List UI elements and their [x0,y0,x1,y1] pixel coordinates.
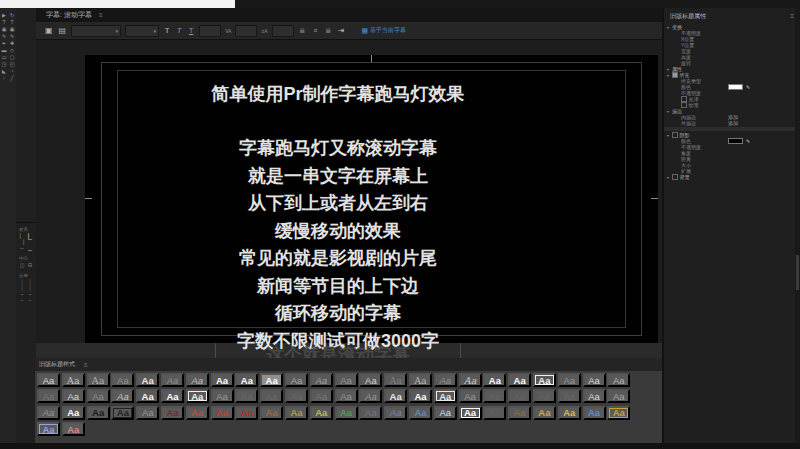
style-swatch[interactable]: Aa [384,389,407,403]
style-swatch[interactable]: Aa [211,389,234,403]
property-row[interactable]: ▾ 背景 [664,174,800,180]
style-swatch[interactable]: Aa [583,389,606,403]
align-vert-bottom-button[interactable]: ▁ [26,245,34,251]
style-swatch[interactable]: Aa [285,406,308,420]
style-swatch[interactable]: Aa [310,373,333,387]
pen-tool[interactable]: ✒ [0,40,8,47]
font-size-field[interactable] [199,25,221,37]
align-vert-center-button[interactable]: ─ [18,245,26,251]
style-swatch[interactable]: Aa [235,389,258,403]
vertical-area-type-tool[interactable]: ▣ [8,26,16,33]
style-swatch[interactable]: Aa [508,406,531,420]
style-swatch[interactable]: Aa [161,406,184,420]
wedge-tool[interactable]: ◣ [0,68,8,75]
style-swatch[interactable]: Aa [111,406,134,420]
style-swatch[interactable]: Aa [111,389,134,403]
style-swatch[interactable]: Aa [161,373,184,387]
center-horizontal-button[interactable]: ◫ [18,262,26,268]
style-swatch[interactable]: Aa [260,389,283,403]
style-swatch[interactable]: Aa [409,389,432,403]
align-left-button[interactable]: ≣ [298,25,307,37]
panel-menu-icon[interactable]: ≡ [84,362,88,368]
style-swatch[interactable]: Aa [483,389,506,403]
scrollbar[interactable] [795,8,800,449]
style-swatch[interactable]: Aa [211,406,234,420]
style-swatch[interactable]: Aa [483,373,506,387]
style-swatch[interactable]: Aa [533,406,556,420]
property-row[interactable]: 外描边 添加 [664,120,800,126]
vertical-path-type-tool[interactable]: ✎ [8,33,16,40]
align-right-button[interactable]: ≣ [324,25,333,37]
style-swatch[interactable]: Aa [508,389,531,403]
video-frame[interactable]: 简单使用Pr制作字幕跑马灯效果 字幕跑马灯又称滚动字幕就是一串文字在屏幕上从下到… [85,55,658,343]
new-title-based-icon[interactable]: ▣ [44,25,54,37]
style-swatch[interactable]: Aa [285,373,308,387]
style-swatch[interactable]: Aa [62,389,85,403]
style-swatch[interactable]: Aa [359,373,382,387]
round-rectangle-tool[interactable]: ◰ [8,61,16,68]
property-checkbox[interactable] [672,132,678,138]
style-swatch[interactable]: Aa [359,389,382,403]
line-tool[interactable]: ╱ [8,75,16,82]
property-value[interactable]: 添加 [728,120,738,126]
style-swatch[interactable]: Aa [459,373,482,387]
scrolling-text-block[interactable]: 字幕跑马灯又称滚动字幕就是一串文字在屏幕上从下到上或者从左到右缓慢移动的效果常见… [85,135,591,355]
rounded-rectangle-tool[interactable]: ▢ [8,54,16,61]
style-swatch[interactable]: Aa [37,422,60,436]
style-swatch[interactable]: Aa [310,406,333,420]
style-swatch[interactable]: Aa [384,373,407,387]
tab-title[interactable]: 字幕: 滚动字幕 ≡ [36,10,102,20]
style-swatch[interactable]: Aa [434,406,457,420]
center-vertical-button[interactable]: ⊟ [26,262,34,268]
rectangle-tool[interactable]: ▭ [0,54,8,61]
style-swatch[interactable]: Aa [186,389,209,403]
style-swatch[interactable]: Aa [235,406,258,420]
style-swatch[interactable]: Aa [111,373,134,387]
style-swatch[interactable]: Aa [533,389,556,403]
style-swatch[interactable]: Aa [136,389,159,403]
style-swatch[interactable]: Aa [583,406,606,420]
style-swatch[interactable]: Aa [483,406,506,420]
area-type-tool[interactable]: ▣ [0,26,8,33]
style-swatch[interactable]: Aa [607,406,630,420]
type-tool[interactable]: T [0,19,8,26]
property-checkbox[interactable] [681,102,687,108]
style-swatch[interactable]: Aa [558,373,581,387]
distribute-bottom-button[interactable]: ┄ [18,297,26,303]
style-swatch[interactable]: Aa [533,373,556,387]
style-swatch[interactable]: Aa [409,373,432,387]
style-swatch[interactable]: Aa [37,389,60,403]
style-swatch[interactable]: Aa [37,373,60,387]
leading-field[interactable] [272,25,294,37]
style-swatch[interactable]: Aa [62,422,85,436]
property-checkbox[interactable] [681,96,687,102]
style-swatch[interactable]: Aa [62,406,85,420]
style-swatch[interactable]: Aa [384,406,407,420]
style-swatch[interactable]: Aa [409,406,432,420]
style-swatch[interactable]: Aa [62,373,85,387]
style-swatch[interactable]: Aa [285,389,308,403]
new-title-based-on-current-button[interactable]: ▦ 基于当前字幕 [355,25,412,36]
style-swatch[interactable]: Aa [211,373,234,387]
style-swatch[interactable]: Aa [583,373,606,387]
selection-tool[interactable]: ▶ [0,12,8,19]
ellipse-tool[interactable]: ○ [0,75,8,82]
style-swatch[interactable]: Aa [186,373,209,387]
style-swatch[interactable]: Aa [87,389,110,403]
title-canvas[interactable]: 简单使用Pr制作字幕跑马灯效果 字幕跑马灯又称滚动字幕就是一串文字在屏幕上从下到… [36,40,662,358]
convert-anchor-point-tool[interactable]: ◇ [8,47,16,54]
font-family-dropdown[interactable]: ▾ [71,25,121,37]
style-swatch[interactable]: Aa [558,406,581,420]
style-swatch[interactable]: Aa [310,389,333,403]
vertical-type-tool[interactable]: T [8,19,16,26]
style-swatch[interactable]: Aa [186,406,209,420]
property-checkbox[interactable] [672,72,678,78]
style-swatch[interactable]: Aa [607,389,630,403]
style-swatch[interactable]: Aa [508,373,531,387]
style-swatch[interactable]: Aa [335,389,358,403]
style-swatch[interactable]: Aa [459,389,482,403]
kerning-field[interactable] [235,25,257,37]
style-swatch[interactable]: Aa [136,373,159,387]
templates-icon[interactable]: ▤ [58,25,68,37]
style-swatch[interactable]: Aa [87,406,110,420]
